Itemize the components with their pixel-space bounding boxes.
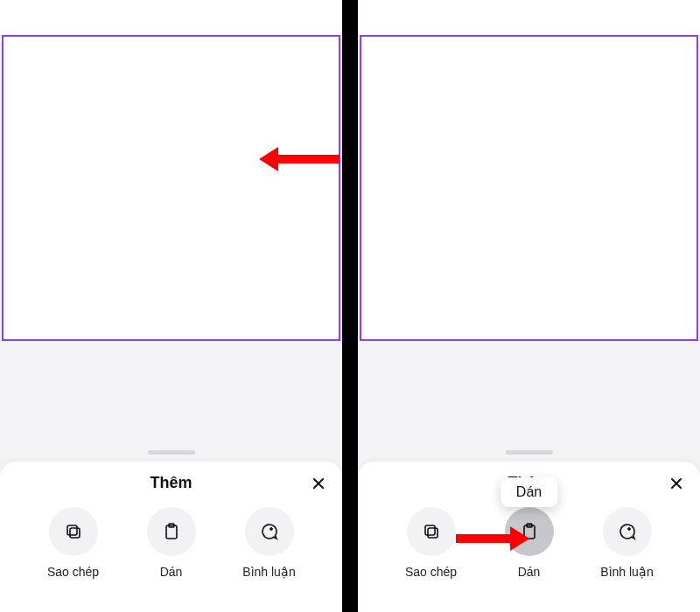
sheet-drag-handle[interactable] xyxy=(148,450,195,455)
close-icon xyxy=(669,476,683,490)
svg-rect-6 xyxy=(428,528,438,538)
comment-button[interactable]: Bình luận xyxy=(592,507,662,579)
svg-rect-1 xyxy=(67,525,77,535)
comment-icon xyxy=(617,521,638,542)
comment-label: Bình luận xyxy=(242,565,295,579)
copy-label: Sao chép xyxy=(405,565,457,579)
design-canvas[interactable] xyxy=(360,35,698,341)
paste-label: Dán xyxy=(518,565,541,579)
annotation-arrow-left xyxy=(259,147,340,171)
bottom-sheet: Thêm Sao chép Dán Bìn xyxy=(0,462,342,612)
sheet-actions: Sao chép Dán Bình luận xyxy=(0,507,342,579)
comment-button[interactable]: Bình luận xyxy=(234,507,304,579)
pane-divider xyxy=(342,0,358,612)
copy-label: Sao chép xyxy=(47,565,99,579)
sheet-drag-handle[interactable] xyxy=(506,450,553,455)
comment-icon xyxy=(259,521,280,542)
comment-label: Bình luận xyxy=(600,565,653,579)
design-canvas[interactable] xyxy=(2,35,340,341)
svg-rect-7 xyxy=(425,525,435,535)
sheet-title: Thêm xyxy=(150,474,192,492)
clipboard-icon xyxy=(161,521,182,542)
sheet-header: Thêm xyxy=(0,462,342,504)
close-icon xyxy=(312,476,326,490)
paste-label: Dán xyxy=(160,565,183,579)
paste-button[interactable]: Dán xyxy=(136,507,206,579)
paste-tooltip: Dán xyxy=(500,477,557,507)
copy-button[interactable]: Sao chép xyxy=(38,507,108,579)
pane-right: Thêm Dán Sao chép Dán xyxy=(358,0,700,612)
copy-icon xyxy=(421,521,442,542)
close-button[interactable] xyxy=(665,472,688,495)
pane-left: Thêm Sao chép Dán Bìn xyxy=(0,0,342,612)
svg-rect-0 xyxy=(70,528,80,538)
copy-icon xyxy=(63,521,84,542)
close-button[interactable] xyxy=(307,472,330,495)
annotation-arrow-right xyxy=(456,526,529,551)
